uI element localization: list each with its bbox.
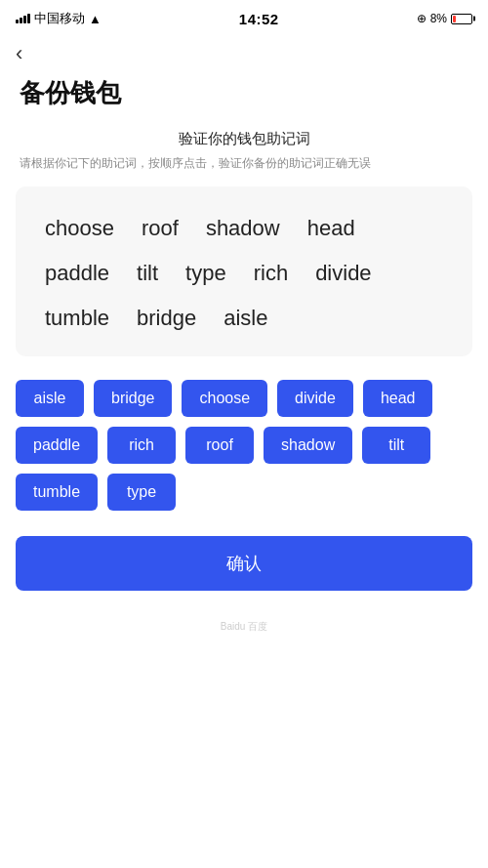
display-word: type (172, 251, 240, 296)
word-display-grid: chooseroofshadowheadpaddletilttyperichdi… (31, 206, 457, 341)
page-title: 备份钱包 (0, 70, 488, 130)
wifi-icon: ▲ (89, 12, 102, 26)
display-word: paddle (31, 251, 123, 296)
battery-icon (451, 14, 472, 24)
display-word: tilt (123, 251, 172, 296)
location-icon: ⊕ (417, 12, 427, 25)
word-button[interactable]: shadow (264, 427, 352, 464)
status-time: 14:52 (239, 11, 279, 27)
status-right: ⊕ 8% (417, 12, 472, 25)
display-word: aisle (210, 296, 281, 341)
word-display-box: chooseroofshadowheadpaddletilttyperichdi… (16, 186, 472, 356)
word-button[interactable]: bridge (94, 380, 172, 417)
display-word: choose (31, 206, 128, 251)
word-button[interactable]: roof (185, 427, 254, 464)
signal-icon (16, 14, 30, 23)
display-word: shadow (192, 206, 294, 251)
word-button[interactable]: choose (182, 380, 267, 417)
confirm-button-wrap: 确认 (0, 526, 488, 610)
word-button[interactable]: paddle (16, 427, 98, 464)
word-button[interactable]: tumble (16, 474, 98, 511)
display-word: head (294, 206, 369, 251)
word-buttons-area: aislebridgechoosedivideheadpaddlerichroo… (0, 376, 488, 526)
display-word: divide (302, 251, 385, 296)
confirm-button[interactable]: 确认 (16, 536, 472, 591)
word-button[interactable]: aisle (16, 380, 84, 417)
word-button[interactable]: rich (107, 427, 176, 464)
word-button[interactable]: head (363, 380, 433, 417)
battery-percent: 8% (430, 12, 447, 25)
word-button[interactable]: tilt (362, 427, 430, 464)
display-word: tumble (31, 296, 123, 341)
section-desc: 请根据你记下的助记词，按顺序点击，验证你备份的助记词正确无误 (0, 154, 488, 173)
display-word: roof (128, 206, 192, 251)
battery-fill (453, 16, 456, 22)
status-bar: 中国移动 ▲ 14:52 ⊕ 8% (0, 0, 488, 33)
status-left: 中国移动 ▲ (16, 10, 102, 27)
bottom-watermark: Baidu 百度 (0, 610, 488, 653)
display-word: rich (240, 251, 302, 296)
display-word: bridge (123, 296, 210, 341)
word-button[interactable]: divide (277, 380, 353, 417)
back-button[interactable]: ‹ (0, 33, 38, 70)
carrier-label: 中国移动 (34, 10, 85, 27)
section-heading: 验证你的钱包助记词 (0, 130, 488, 148)
word-button[interactable]: type (107, 474, 176, 511)
